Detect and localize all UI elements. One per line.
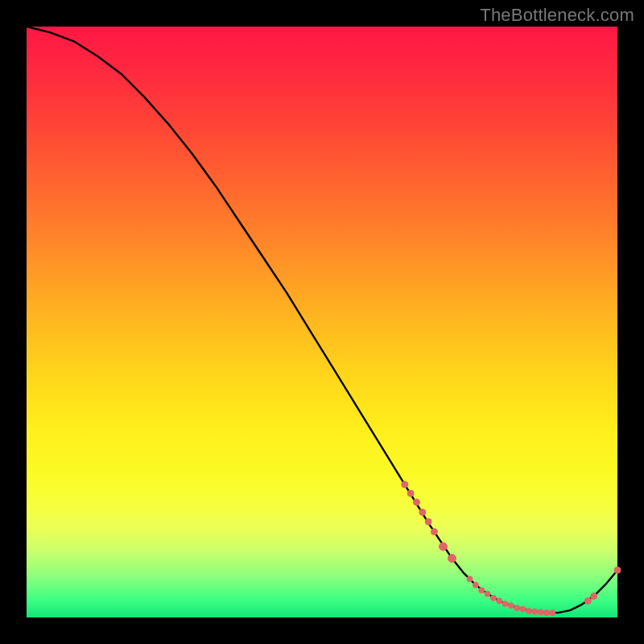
- data-point: [485, 591, 490, 597]
- data-point: [479, 588, 485, 593]
- data-point: [490, 595, 496, 601]
- plot-area: [27, 27, 617, 617]
- data-point: [550, 610, 555, 616]
- data-point: [584, 597, 591, 604]
- data-point: [402, 481, 408, 488]
- bottleneck-curve: [27, 27, 617, 613]
- data-point: [520, 606, 526, 612]
- watermark-text: TheBottleneck.com: [480, 5, 634, 26]
- data-point: [448, 555, 456, 563]
- curve-points: [402, 481, 621, 616]
- chart-frame: TheBottleneck.com: [0, 0, 644, 644]
- data-point: [497, 598, 502, 604]
- data-point: [473, 582, 478, 588]
- data-point: [532, 609, 538, 614]
- data-point: [591, 593, 597, 600]
- data-point: [431, 529, 437, 535]
- data-point: [467, 576, 473, 582]
- data-point: [407, 490, 414, 497]
- data-point: [425, 518, 431, 525]
- chart-svg: [27, 27, 617, 617]
- data-point: [502, 601, 508, 607]
- data-point: [526, 608, 531, 613]
- data-point: [514, 605, 520, 611]
- data-point: [508, 603, 514, 609]
- data-point: [543, 610, 549, 616]
- data-point: [419, 509, 426, 515]
- data-point: [538, 609, 543, 615]
- data-point: [413, 499, 419, 506]
- data-point: [614, 567, 621, 573]
- data-point: [439, 543, 447, 551]
